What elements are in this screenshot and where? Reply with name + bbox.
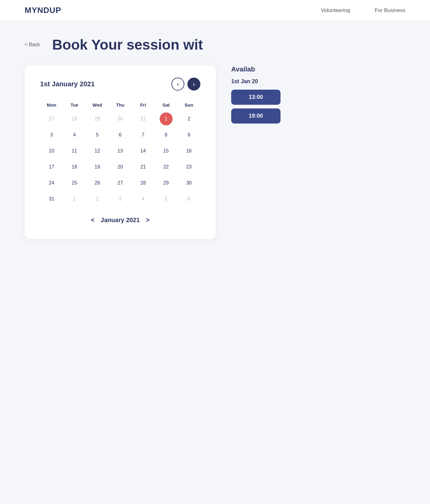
brand-logo: MYNDUP — [25, 6, 61, 15]
weekday-mon: Mon — [40, 100, 63, 110]
weekday-wed: Wed — [86, 100, 109, 110]
weekday-thu: Thu — [109, 100, 132, 110]
footer-next-button[interactable]: > — [146, 217, 149, 224]
day-cell[interactable]: 30 — [114, 112, 127, 125]
day-cell[interactable]: 25 — [68, 177, 81, 189]
calendar-days: 27 28 29 30 31 1 2 3 4 5 6 7 8 9 10 — [40, 112, 200, 205]
day-cell[interactable]: 6 — [114, 128, 127, 141]
day-cell[interactable]: 2 — [91, 193, 104, 205]
day-cell[interactable]: 20 — [114, 161, 127, 173]
day-cell[interactable]: 3 — [45, 128, 58, 141]
calendar-grid: Mon Tue Wed Thu Fri Sat Sun 27 28 29 30 … — [40, 100, 200, 205]
back-button[interactable]: < Back — [25, 42, 40, 47]
day-cell[interactable]: 19 — [91, 161, 104, 173]
nav-links: Volunteering For Business — [321, 7, 405, 14]
time-slot-1900[interactable]: 19:00 — [231, 108, 281, 124]
day-cell[interactable]: 23 — [182, 161, 195, 173]
footer-prev-button[interactable]: < — [91, 217, 95, 224]
weekday-sun: Sun — [178, 100, 200, 110]
footer-month-label: January 2021 — [101, 217, 140, 224]
calendar-next-button[interactable]: › — [187, 78, 200, 91]
day-cell[interactable]: 31 — [137, 112, 149, 125]
day-cell[interactable]: 29 — [91, 112, 104, 125]
weekday-sat: Sat — [154, 100, 177, 110]
day-cell[interactable]: 5 — [91, 128, 104, 141]
day-cell[interactable]: 4 — [68, 128, 81, 141]
main-area: 1st January 2021 ‹ › Mon Tue Wed Thu Fri… — [25, 65, 405, 239]
day-cell[interactable]: 29 — [160, 177, 173, 189]
day-cell[interactable]: 18 — [68, 161, 81, 173]
day-cell[interactable]: 15 — [160, 144, 173, 157]
day-cell[interactable]: 3 — [114, 193, 127, 205]
page-title: Book Your session wit — [52, 36, 203, 53]
day-cell[interactable]: 24 — [45, 177, 58, 189]
day-cell[interactable]: 16 — [182, 144, 195, 157]
navbar: MYNDUP Volunteering For Business — [0, 0, 430, 21]
day-cell[interactable]: 28 — [137, 177, 149, 189]
calendar-footer: < January 2021 > — [40, 217, 200, 224]
weekday-tue: Tue — [63, 100, 86, 110]
day-cell[interactable]: 9 — [182, 128, 195, 141]
day-cell[interactable]: 27 — [45, 112, 58, 125]
day-cell-selected[interactable]: 1 — [160, 112, 173, 125]
calendar-header-title: 1st January 2021 — [40, 80, 95, 88]
day-cell[interactable]: 8 — [160, 128, 173, 141]
day-cell[interactable]: 7 — [137, 128, 149, 141]
day-cell[interactable]: 13 — [114, 144, 127, 157]
day-cell[interactable]: 21 — [137, 161, 149, 173]
day-cell[interactable]: 27 — [114, 177, 127, 189]
availability-title: Availab — [231, 65, 308, 73]
calendar-weekdays: Mon Tue Wed Thu Fri Sat Sun — [40, 100, 200, 110]
day-cell[interactable]: 6 — [182, 193, 195, 205]
day-cell[interactable]: 1 — [68, 193, 81, 205]
day-cell[interactable]: 28 — [68, 112, 81, 125]
day-cell[interactable]: 11 — [68, 144, 81, 157]
day-cell[interactable]: 10 — [45, 144, 58, 157]
day-cell[interactable]: 26 — [91, 177, 104, 189]
calendar-nav-buttons: ‹ › — [171, 78, 200, 91]
day-cell[interactable]: 12 — [91, 144, 104, 157]
day-cell[interactable]: 5 — [160, 193, 173, 205]
day-cell[interactable]: 14 — [137, 144, 149, 157]
top-row: < Back Book Your session wit — [25, 36, 405, 53]
availability-date: 1st Jan 20 — [231, 78, 308, 85]
day-cell[interactable]: 2 — [182, 112, 195, 125]
nav-volunteering[interactable]: Volunteering — [321, 7, 350, 14]
day-cell[interactable]: 30 — [182, 177, 195, 189]
day-cell[interactable]: 4 — [137, 193, 149, 205]
weekday-fri: Fri — [132, 100, 154, 110]
page-content: < Back Book Your session wit 1st January… — [0, 21, 430, 264]
time-slot-1300[interactable]: 13:00 — [231, 90, 281, 105]
nav-for-business[interactable]: For Business — [375, 7, 405, 14]
day-cell[interactable]: 31 — [45, 193, 58, 205]
day-cell[interactable]: 17 — [45, 161, 58, 173]
availability-panel: Availab 1st Jan 20 13:00 19:00 — [216, 65, 308, 127]
calendar-header: 1st January 2021 ‹ › — [40, 78, 200, 91]
calendar-prev-button[interactable]: ‹ — [171, 78, 184, 91]
day-cell[interactable]: 22 — [160, 161, 173, 173]
calendar-card: 1st January 2021 ‹ › Mon Tue Wed Thu Fri… — [25, 65, 216, 239]
